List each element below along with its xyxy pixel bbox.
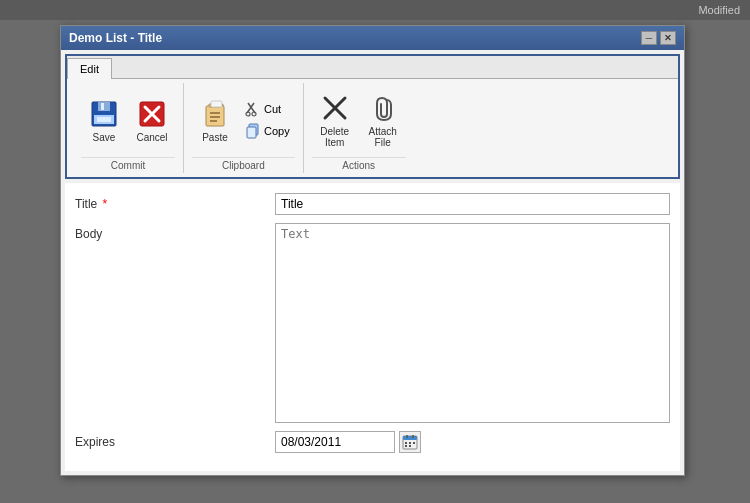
attach-file-label: Attach File [369, 126, 397, 148]
form-area: Title * Body Expires [65, 183, 680, 471]
clipboard-small-group: Cut Copy [240, 98, 295, 142]
svg-rect-14 [211, 101, 222, 107]
svg-rect-31 [409, 445, 411, 447]
cancel-button[interactable]: Cancel [129, 93, 175, 148]
attach-file-icon [367, 92, 399, 124]
form-row-body: Body [75, 223, 670, 423]
close-button[interactable]: ✕ [660, 31, 676, 45]
svg-rect-29 [413, 442, 415, 444]
ribbon-group-commit: Save Cancel Commit [73, 83, 184, 173]
copy-button[interactable]: Copy [240, 120, 295, 142]
attach-file-button[interactable]: Attach File [360, 87, 406, 153]
ribbon-group-actions: Delete Item Attach File Actions [304, 83, 414, 173]
title-input[interactable] [275, 193, 670, 215]
save-label: Save [93, 132, 116, 143]
delete-item-button[interactable]: Delete Item [312, 87, 358, 153]
title-label: Title * [75, 193, 275, 211]
calendar-button[interactable] [399, 431, 421, 453]
title-bar-controls: ─ ✕ [641, 31, 676, 45]
form-row-expires: Expires [75, 431, 670, 453]
svg-rect-2 [101, 103, 104, 110]
date-wrapper [275, 431, 421, 453]
required-star: * [103, 197, 108, 211]
clipboard-group-label: Clipboard [192, 157, 295, 173]
cut-label: Cut [264, 103, 281, 115]
save-button[interactable]: Save [81, 93, 127, 148]
ribbon-content: Save Cancel Commit [67, 79, 678, 177]
cut-button[interactable]: Cut [240, 98, 295, 120]
body-textarea[interactable] [275, 223, 670, 423]
cut-icon [245, 101, 261, 117]
action-buttons: Delete Item Attach File [312, 83, 406, 157]
save-icon [88, 98, 120, 130]
copy-icon [245, 123, 261, 139]
svg-rect-28 [409, 442, 411, 444]
commit-buttons: Save Cancel [81, 83, 175, 157]
calendar-icon [402, 434, 418, 450]
dialog-window: Demo List - Title ─ ✕ Edit [60, 25, 685, 476]
expires-label: Expires [75, 431, 275, 449]
form-row-title: Title * [75, 193, 670, 215]
modified-label: Modified [698, 4, 740, 16]
tab-edit[interactable]: Edit [67, 58, 112, 79]
top-bar: Modified [0, 0, 750, 20]
svg-rect-30 [405, 445, 407, 447]
svg-rect-4 [97, 117, 111, 122]
dialog-title: Demo List - Title [69, 31, 162, 45]
actions-group-label: Actions [312, 157, 406, 173]
delete-item-icon [319, 92, 351, 124]
paste-button[interactable]: Paste [192, 93, 238, 148]
svg-rect-27 [405, 442, 407, 444]
copy-label: Copy [264, 125, 290, 137]
svg-point-17 [246, 112, 250, 116]
ribbon-group-clipboard: Paste [184, 83, 304, 173]
svg-rect-24 [403, 436, 417, 440]
paste-label: Paste [202, 132, 228, 143]
paste-icon [199, 98, 231, 130]
title-bar: Demo List - Title ─ ✕ [61, 26, 684, 50]
cancel-icon [136, 98, 168, 130]
cancel-label: Cancel [136, 132, 167, 143]
body-label: Body [75, 223, 275, 241]
ribbon: Edit [65, 54, 680, 179]
svg-rect-9 [206, 106, 224, 126]
commit-group-label: Commit [81, 157, 175, 173]
svg-point-18 [252, 112, 256, 116]
clipboard-buttons: Paste [192, 83, 295, 157]
minimize-button[interactable]: ─ [641, 31, 657, 45]
svg-rect-20 [247, 127, 256, 138]
delete-item-label: Delete Item [320, 126, 349, 148]
expires-input[interactable] [275, 431, 395, 453]
ribbon-tabs: Edit [67, 56, 678, 79]
